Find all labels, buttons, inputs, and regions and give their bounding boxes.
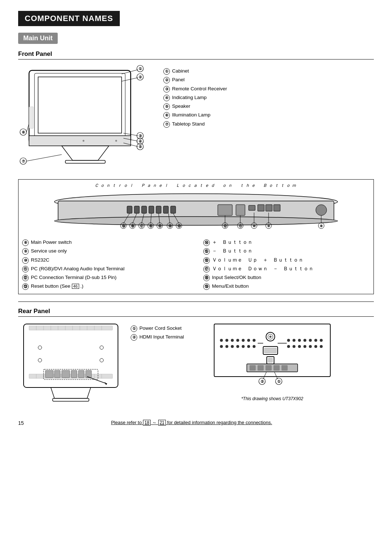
svg-rect-115	[78, 370, 84, 378]
svg-point-28	[83, 140, 85, 142]
svg-point-146	[303, 345, 306, 348]
svg-rect-111	[45, 370, 53, 378]
label-illumination-lamp: ⑥ Illumination Lamp	[163, 111, 374, 119]
svg-line-162	[274, 371, 278, 379]
rear-labels: ① Power Cord Socket ② HDMI Input Termina…	[131, 320, 203, 342]
label-tabletop-stand: ⑦ Tabletop Stand	[163, 120, 374, 128]
bottom-controls-diagram: ⑲ ⑱ ⑰ ⑯ ⑮ ⑭ ⑬	[22, 191, 370, 238]
rear-panel-section: Rear Panel	[18, 308, 374, 409]
svg-text:⑦: ⑦	[22, 159, 25, 163]
svg-marker-117	[51, 387, 91, 398]
svg-text:②: ②	[261, 379, 264, 383]
front-panel-title: Front Panel	[18, 50, 374, 59]
label-speaker: ⑤ Speaker	[163, 102, 374, 111]
svg-rect-5	[65, 160, 105, 163]
svg-point-144	[293, 345, 295, 348]
svg-rect-41	[218, 205, 232, 216]
svg-rect-2	[34, 73, 125, 137]
svg-point-127	[247, 339, 250, 342]
svg-point-145	[298, 345, 301, 348]
svg-rect-35	[134, 206, 139, 213]
label-volume-down: ⑰ Ｖｏｌｕｍｅ Ｄｏｗｎ － Ｂｕｔｔｏｎ	[203, 264, 370, 273]
svg-rect-37	[149, 206, 154, 213]
rear-overview-diagram	[18, 320, 123, 409]
bottom-panel-box: Ｃｏｎｔｒｏｌ Ｐａｎｅｌ Ｌｏｃａｔｅｄ ｏｎ ｔｈｅ Ｂｏｔｔｏｍ	[18, 179, 374, 294]
label-minus-button: ⑮ － Ｂｕｔｔｏｎ	[203, 247, 370, 255]
svg-rect-116	[86, 370, 91, 378]
section-divider	[18, 301, 374, 302]
label-volume-up: ⑯ Ｖｏｌｕｍｅ Ｕｐ ＋ Ｂｕｔｔｏｎ	[203, 256, 370, 264]
svg-point-137	[293, 339, 295, 342]
svg-text:⑱: ⑱	[131, 224, 135, 228]
svg-text:⑲: ⑲	[122, 224, 126, 228]
svg-point-123	[225, 339, 228, 342]
svg-point-130	[225, 345, 228, 348]
svg-point-147	[309, 345, 312, 348]
label-power-cord: ① Power Cord Socket	[131, 324, 203, 333]
svg-point-138	[298, 339, 301, 342]
svg-rect-34	[127, 206, 132, 213]
svg-point-108	[100, 346, 103, 349]
svg-rect-166	[250, 365, 256, 370]
svg-point-136	[287, 339, 290, 342]
svg-point-29	[115, 140, 117, 142]
svg-point-132	[236, 345, 239, 348]
svg-rect-168	[266, 365, 271, 370]
svg-point-134	[247, 345, 250, 348]
svg-rect-27	[29, 107, 33, 128]
label-indicating-lamp: ④ Indicating Lamp	[163, 93, 374, 102]
svg-rect-112	[54, 370, 60, 378]
svg-text:②: ②	[139, 75, 142, 79]
svg-rect-42	[236, 205, 245, 216]
svg-rect-169	[274, 365, 279, 370]
svg-point-149	[320, 345, 323, 348]
svg-rect-33	[316, 205, 327, 216]
svg-text:⑫: ⑫	[224, 224, 227, 228]
front-panel-labels: ① Cabinet ② Panel ③ Remote Control Recei…	[163, 63, 374, 128]
svg-rect-46	[274, 205, 280, 211]
svg-point-107	[38, 358, 42, 362]
rear-footnote: *This drawing shows UT37X902	[211, 396, 334, 401]
front-panel-section: Front Panel ①	[18, 50, 374, 294]
rear-panel-title: Rear Panel	[18, 308, 374, 317]
svg-point-106	[38, 346, 42, 349]
bottom-panel-labels: ⑧ Main Power switch ⑨ Service use only ⑩…	[22, 238, 370, 291]
label-menu-exit: ⑲ Menu/Exit button	[203, 282, 370, 291]
svg-line-26	[26, 155, 62, 161]
page-footer: 15 Please refer to 18 ～ 21 for detailed …	[18, 419, 374, 426]
svg-point-126	[242, 339, 245, 342]
svg-text:⑮: ⑮	[158, 224, 162, 228]
svg-text:④: ④	[139, 139, 142, 143]
svg-rect-39	[163, 206, 168, 213]
svg-point-141	[314, 339, 317, 342]
svg-point-129	[220, 345, 223, 348]
bottom-panel-title: Ｃｏｎｔｒｏｌ Ｐａｎｅｌ Ｌｏｃａｔｅｄ ｏｎ ｔｈｅ Ｂｏｔｔｏｍ	[22, 182, 370, 189]
label-rs232c: ⑩ RS232C	[22, 256, 189, 264]
svg-point-131	[231, 345, 234, 348]
svg-text:⑩: ⑩	[253, 224, 256, 228]
bottom-labels-right: ⑭ ＋ Ｂｕｔｔｏｎ ⑮ － Ｂｕｔｔｏｎ ⑯ Ｖｏｌｕｍｅ Ｕｐ ＋ Ｂｕｔｔ…	[203, 238, 370, 291]
svg-text:⑤: ⑤	[139, 145, 142, 149]
svg-text:⑭: ⑭	[168, 224, 172, 228]
label-panel: ② Panel	[163, 75, 374, 84]
svg-point-143	[287, 345, 290, 348]
svg-text:⑰: ⑰	[140, 224, 144, 228]
svg-rect-36	[142, 206, 147, 213]
svg-point-142	[320, 339, 323, 342]
label-plus-button: ⑭ ＋ Ｂｕｔｔｏｎ	[203, 238, 370, 247]
footer-link: Please refer to 18 ～ 21 for detailed inf…	[24, 419, 359, 426]
label-pc-rgb-dvi: ⑪ PC (RGB)/DVI Analog Audio Input Termin…	[22, 264, 189, 273]
svg-rect-40	[171, 206, 176, 213]
svg-point-133	[242, 345, 245, 348]
svg-rect-154	[264, 348, 277, 353]
svg-text:⑬: ⑬	[177, 224, 181, 228]
label-hdmi: ② HDMI Input Terminal	[131, 333, 203, 341]
label-remote-receiver: ③ Remote Control Receiver	[163, 85, 374, 93]
rear-connector-detail-diagram: ② ① *This drawing shows UT37X902	[211, 320, 334, 401]
svg-rect-156	[268, 358, 273, 362]
label-pc-connection: ⑫ PC Connection Terminal (D-sub 15 Pin)	[22, 273, 189, 282]
label-reset-button: ⑬ Reset button (See 46 .)	[22, 282, 189, 291]
svg-rect-118	[53, 398, 89, 401]
svg-text:⑪: ⑪	[239, 224, 242, 228]
svg-line-9	[122, 78, 138, 81]
